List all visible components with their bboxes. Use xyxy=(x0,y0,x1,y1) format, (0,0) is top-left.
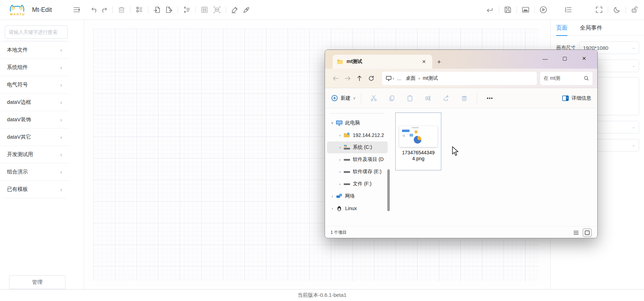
tree-item-drive-d[interactable]: › 软件及项目 (D xyxy=(327,154,388,165)
new-tab-button[interactable]: + xyxy=(437,58,441,66)
group-icon[interactable] xyxy=(200,5,209,14)
tree-expand-icon[interactable]: › xyxy=(330,206,335,210)
details-pane-label: 详细信息 xyxy=(572,95,591,101)
fullscreen-icon[interactable] xyxy=(595,5,604,14)
drive-icon xyxy=(343,169,350,175)
address-bar[interactable]: › … 桌面 › mt测试 xyxy=(382,72,537,85)
sidebar-item-system-components[interactable]: 系统组件› xyxy=(0,59,70,76)
export-file-icon[interactable] xyxy=(164,5,173,14)
delete-file-icon[interactable] xyxy=(457,92,471,105)
more-options-icon[interactable] xyxy=(483,92,497,105)
tab-close-icon[interactable]: ✕ xyxy=(420,58,428,65)
sidebar-item-templates[interactable]: 已有模板› xyxy=(0,180,70,198)
tree-expand-icon[interactable]: ˅ xyxy=(330,121,335,125)
tree-expand-icon[interactable]: › xyxy=(337,133,342,137)
drive-icon xyxy=(343,181,350,187)
chevron-right-icon: › xyxy=(60,134,62,140)
sidebar-item-local-files[interactable]: 本地文件› xyxy=(0,41,70,59)
delete-icon[interactable] xyxy=(117,5,126,14)
tree-item-drive-e[interactable]: › 软件缓存 (E:) xyxy=(327,166,388,178)
file-explorer-window: mt测试 ✕ + — ✕ › … 桌面 xyxy=(325,49,598,238)
share-icon[interactable] xyxy=(439,92,453,105)
unlock-icon[interactable] xyxy=(630,5,639,14)
tree-item-network-drive[interactable]: › 192.144.212.2 xyxy=(327,129,388,141)
distribute-vertical-icon[interactable] xyxy=(182,5,191,14)
file-name: 173476544349 4.png xyxy=(402,150,434,162)
breadcrumb-desktop[interactable]: 桌面 xyxy=(404,75,418,82)
tree-item-network[interactable]: › 网络 xyxy=(327,190,388,202)
tree-item-this-pc[interactable]: ˅ 此电脑 xyxy=(327,117,388,129)
sidebar-item-dev-test[interactable]: 开发测试用› xyxy=(0,146,70,163)
sidebar-item-combo-demo[interactable]: 组合演示› xyxy=(0,163,70,180)
item-count: 1 个项目 xyxy=(331,230,347,236)
nav-back-icon[interactable] xyxy=(330,73,342,84)
tree-item-system-c[interactable]: › 系统 (C:) xyxy=(327,141,388,153)
undo-icon[interactable] xyxy=(90,5,99,14)
explorer-titlebar[interactable]: mt测试 ✕ + — ✕ xyxy=(325,50,597,69)
thumbnail-view-icon[interactable] xyxy=(583,229,592,237)
manage-button[interactable]: 管理 xyxy=(9,275,65,289)
sidebar-item-label: dataV其它 xyxy=(7,134,31,140)
tree-item-drive-f[interactable]: › 文件 (F:) xyxy=(327,178,388,190)
tree-scrollbar[interactable] xyxy=(387,169,390,211)
pen-draw-icon[interactable] xyxy=(242,5,251,14)
sidebar-item-datav-border[interactable]: dataV边框› xyxy=(0,93,70,111)
pencil-edit-icon[interactable] xyxy=(230,5,239,14)
ungroup-icon[interactable] xyxy=(212,5,222,14)
search-icon xyxy=(584,76,589,81)
chevron-right-icon: › xyxy=(60,65,62,70)
tree-item-linux[interactable]: › Linux xyxy=(327,202,388,214)
tab-page[interactable]: 页面 xyxy=(556,20,567,36)
details-pane-button[interactable]: 详细信息 xyxy=(562,95,591,101)
search-input[interactable] xyxy=(5,25,68,39)
save-icon[interactable] xyxy=(503,5,512,14)
layers-list-icon[interactable] xyxy=(135,5,144,14)
tree-expand-icon[interactable]: › xyxy=(337,182,342,186)
nav-refresh-icon[interactable] xyxy=(365,73,377,84)
file-list-area[interactable]: 173476544349 4.png xyxy=(390,108,597,226)
tab-global-events[interactable]: 全局事件 xyxy=(580,20,602,36)
chevron-down-icon: ⌄ xyxy=(632,46,635,49)
network-icon xyxy=(336,193,343,199)
new-item-button[interactable]: 新建 ˅ xyxy=(331,95,355,101)
redo-icon[interactable] xyxy=(99,5,108,14)
breadcrumb-current-folder[interactable]: mt测试 xyxy=(421,75,440,82)
chevron-right-icon: › xyxy=(60,169,62,175)
import-file-icon[interactable] xyxy=(153,5,162,14)
explorer-tab[interactable]: mt测试 ✕ xyxy=(333,55,432,69)
sidebar-item-label: 开发测试用 xyxy=(7,151,33,158)
breadcrumb-ellipsis[interactable]: … xyxy=(395,76,404,81)
chevron-down-icon: ⌄ xyxy=(632,125,635,129)
screenshot-image-icon[interactable] xyxy=(521,5,530,14)
tree-expand-icon[interactable]: › xyxy=(330,194,335,198)
sidebar-item-label: dataV装饰 xyxy=(7,116,31,123)
version-text: 当前版本-0.6.1-beta1 xyxy=(297,292,347,299)
dark-mode-moon-icon[interactable] xyxy=(612,5,621,14)
maximize-button[interactable] xyxy=(555,52,574,65)
sidebar-item-electric-symbols[interactable]: 电气符号› xyxy=(0,76,70,93)
collapse-sidebar-icon[interactable] xyxy=(72,5,81,14)
close-button[interactable]: ✕ xyxy=(574,52,594,65)
nav-forward-icon[interactable] xyxy=(342,73,354,84)
explorer-search-text: 在 mt测 xyxy=(544,75,560,82)
tree-item-label: 系统 (C:) xyxy=(353,144,372,150)
chevron-right-icon: › xyxy=(60,47,62,53)
tree-expand-icon[interactable]: › xyxy=(337,170,342,174)
sidebar-item-datav-other[interactable]: dataV其它› xyxy=(0,128,70,146)
chevron-down-icon: ⌄ xyxy=(632,64,635,68)
outline-menu-icon[interactable] xyxy=(564,5,573,14)
minimize-button[interactable]: — xyxy=(535,52,555,65)
explorer-search-box[interactable]: 在 mt测 xyxy=(540,72,592,85)
file-item-png[interactable]: 173476544349 4.png xyxy=(395,113,441,170)
list-view-icon[interactable] xyxy=(572,229,581,237)
nav-up-icon[interactable] xyxy=(354,73,365,84)
tree-expand-icon[interactable]: › xyxy=(337,157,342,162)
preview-play-icon[interactable] xyxy=(539,5,548,14)
rename-icon[interactable] xyxy=(421,92,435,105)
cut-icon[interactable] xyxy=(367,92,381,105)
back-return-icon[interactable] xyxy=(486,5,495,14)
sidebar-item-datav-decoration[interactable]: dataV装饰› xyxy=(0,111,70,128)
copy-icon[interactable] xyxy=(385,92,399,105)
paste-icon[interactable] xyxy=(403,92,417,105)
tree-expand-icon[interactable]: › xyxy=(337,145,342,149)
